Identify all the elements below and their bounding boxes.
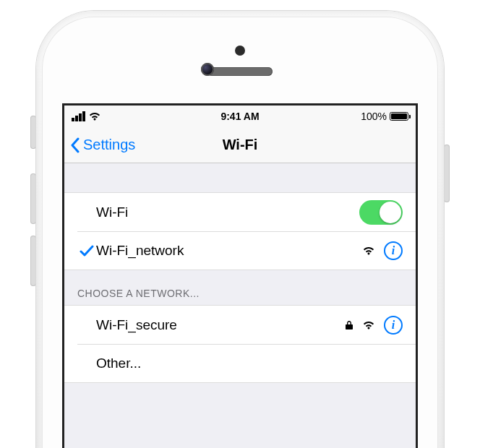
info-button[interactable]: i bbox=[384, 241, 403, 260]
screen: 9:41 AM 100% Settings Wi-Fi bbox=[62, 103, 418, 448]
connected-network-row[interactable]: Wi-Fi_network i bbox=[64, 231, 416, 270]
wifi-signal-icon bbox=[362, 320, 375, 330]
group-spacer bbox=[64, 163, 416, 192]
earpiece-speaker bbox=[207, 67, 273, 76]
phone-inner: 9:41 AM 100% Settings Wi-Fi bbox=[42, 17, 438, 448]
volume-up-button bbox=[30, 173, 36, 224]
wifi-status-icon bbox=[88, 111, 101, 121]
info-button[interactable]: i bbox=[384, 316, 403, 335]
battery-icon bbox=[390, 112, 408, 121]
power-button bbox=[444, 145, 450, 202]
checkmark-icon bbox=[77, 244, 96, 257]
wifi-signal-icon bbox=[362, 246, 375, 256]
back-label: Settings bbox=[83, 137, 135, 153]
network-name: Wi-Fi_secure bbox=[77, 317, 345, 333]
battery-percent: 100% bbox=[361, 111, 387, 122]
volume-down-button bbox=[30, 236, 36, 286]
mute-switch bbox=[30, 116, 36, 149]
phone-body: 9:41 AM 100% Settings Wi-Fi bbox=[36, 11, 444, 448]
device-frame: 9:41 AM 100% Settings Wi-Fi bbox=[0, 0, 480, 448]
proximity-sensor bbox=[235, 46, 245, 56]
network-row[interactable]: Wi-Fi_secure i bbox=[64, 305, 416, 344]
back-button[interactable]: Settings bbox=[64, 137, 135, 153]
wifi-toggle-label: Wi-Fi bbox=[77, 204, 359, 220]
status-bar: 9:41 AM 100% bbox=[64, 105, 416, 127]
status-left bbox=[72, 111, 101, 121]
choose-network-header: CHOOSE A NETWORK... bbox=[64, 270, 416, 305]
front-camera bbox=[201, 63, 214, 76]
chevron-left-icon bbox=[70, 137, 80, 153]
wifi-toggle[interactable] bbox=[359, 200, 403, 225]
other-network-row[interactable]: Other... bbox=[64, 344, 416, 383]
other-label: Other... bbox=[77, 356, 403, 371]
wifi-toggle-row: Wi-Fi bbox=[64, 192, 416, 231]
status-right: 100% bbox=[361, 111, 408, 122]
connected-network-name: Wi-Fi_network bbox=[96, 243, 362, 259]
nav-bar: Settings Wi-Fi bbox=[64, 127, 416, 163]
lock-icon bbox=[345, 320, 353, 330]
cellular-signal-icon bbox=[72, 111, 85, 121]
